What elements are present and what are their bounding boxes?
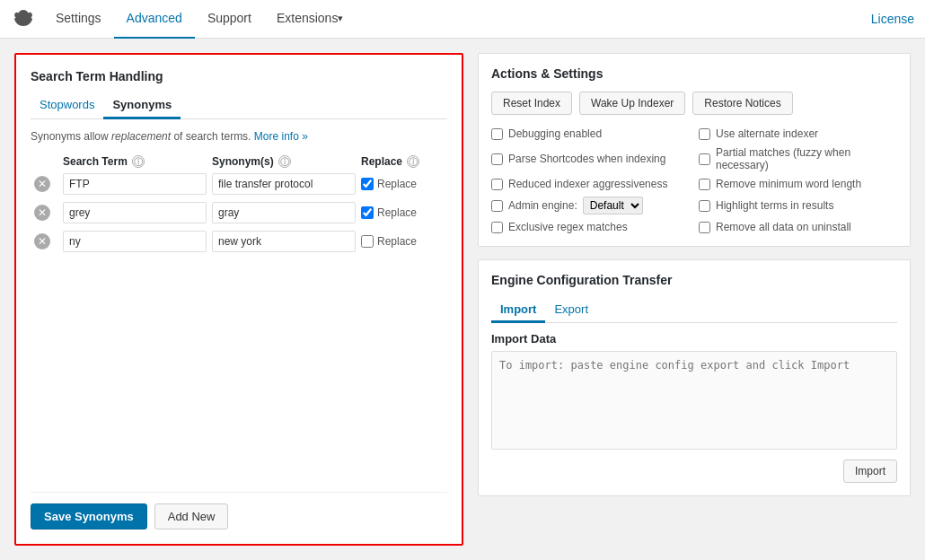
parse-shortcodes-label: Parse Shortcodes when indexing: [508, 153, 665, 165]
license-link[interactable]: License: [871, 12, 914, 26]
right-panel: Actions & Settings Reset Index Wake Up I…: [478, 53, 911, 546]
synonym-input-1[interactable]: [212, 173, 356, 195]
search-term-tabs: Stopwords Synonyms: [31, 92, 447, 119]
nav-license: License: [871, 12, 914, 26]
replace-checkbox-3[interactable]: [361, 235, 374, 248]
engine-config-title: Engine Configuration Transfer: [491, 273, 897, 287]
search-term-info-icon: ⓘ: [132, 155, 145, 168]
replace-cell-1: Replace: [361, 178, 447, 190]
restore-notices-button[interactable]: Restore Notices: [692, 92, 792, 115]
admin-engine-label: Admin engine:: [508, 199, 577, 212]
wake-up-indexer-button[interactable]: Wake Up Indexer: [579, 92, 685, 115]
import-data-label: Import Data: [491, 332, 897, 346]
debugging-label: Debugging enabled: [508, 127, 602, 140]
table-row: ✕ Replace ≡: [31, 173, 447, 195]
actions-settings-title: Actions & Settings: [491, 66, 897, 81]
table-row: ✕ Replace ≡: [31, 231, 447, 252]
exclusive-regex-checkbox[interactable]: [491, 222, 503, 233]
action-buttons-row: Reset Index Wake Up Indexer Restore Noti…: [491, 92, 897, 115]
reduced-indexer-checkbox[interactable]: [491, 179, 503, 190]
col-header-synonyms: Synonym(s) ⓘ: [212, 155, 356, 168]
checkbox-item-partial-matches: Partial matches (fuzzy when necessary): [699, 146, 897, 171]
save-synonyms-button[interactable]: Save Synonyms: [31, 503, 147, 529]
replace-checkbox-2[interactable]: [361, 206, 374, 219]
logo: [11, 6, 36, 31]
import-footer: Import: [491, 459, 897, 483]
alternate-indexer-label: Use alternate indexer: [716, 127, 818, 140]
alternate-indexer-checkbox[interactable]: [699, 128, 710, 140]
replace-label-2: Replace: [377, 206, 417, 219]
col-header-replace: Replace ⓘ: [361, 155, 463, 168]
remove-min-word-label: Remove minimum word length: [716, 178, 861, 190]
import-button[interactable]: Import: [843, 459, 897, 483]
synonyms-info-icon: ⓘ: [278, 155, 291, 168]
more-info-link[interactable]: More info »: [254, 130, 308, 143]
remove-all-data-checkbox[interactable]: [699, 222, 710, 233]
nav-tab-settings[interactable]: Settings: [43, 0, 114, 39]
config-tabs: Import Export: [491, 298, 897, 323]
search-term-input-2[interactable]: [63, 202, 207, 223]
left-panel-title: Search Term Handling: [31, 69, 447, 83]
nav-tab-advanced[interactable]: Advanced: [114, 0, 195, 39]
col-header-search-term: Search Term ⓘ: [63, 155, 207, 168]
highlight-terms-checkbox[interactable]: [699, 200, 710, 212]
left-panel: Search Term Handling Stopwords Synonyms …: [14, 53, 463, 546]
add-new-button[interactable]: Add New: [154, 503, 229, 529]
partial-matches-checkbox[interactable]: [699, 153, 710, 165]
checkbox-item-reduced-indexer: Reduced indexer aggressiveness: [491, 178, 690, 190]
remove-row-2-button[interactable]: ✕: [34, 205, 50, 221]
synonyms-description: Synonyms allow replacement of search ter…: [31, 130, 447, 143]
remove-row-3-button[interactable]: ✕: [34, 233, 50, 249]
actions-settings-box: Actions & Settings Reset Index Wake Up I…: [478, 53, 911, 247]
parse-shortcodes-checkbox[interactable]: [491, 153, 503, 165]
config-tab-import[interactable]: Import: [491, 298, 545, 323]
search-term-input-3[interactable]: [63, 231, 207, 252]
debugging-checkbox[interactable]: [491, 128, 503, 140]
engine-config-box: Engine Configuration Transfer Import Exp…: [478, 259, 911, 496]
config-tab-export[interactable]: Export: [545, 298, 597, 323]
nav-tab-support[interactable]: Support: [195, 0, 264, 39]
left-panel-footer: Save Synonyms Add New: [31, 492, 447, 529]
checkbox-item-parse-shortcodes: Parse Shortcodes when indexing: [491, 146, 690, 171]
replace-label-1: Replace: [377, 178, 417, 190]
top-navigation: Settings Advanced Support Extensions Lic…: [0, 0, 925, 39]
checkbox-item-admin-engine: Admin engine: Default: [491, 197, 690, 214]
synonym-rows-container: ✕ Replace ≡ ✕ Replace ≡: [31, 173, 447, 485]
checkbox-item-remove-all-data: Remove all data on uninstall: [699, 221, 897, 233]
checkbox-item-highlight-terms: Highlight terms in results: [699, 197, 897, 214]
reset-index-button[interactable]: Reset Index: [491, 92, 572, 115]
checkbox-item-remove-min-word: Remove minimum word length: [699, 178, 897, 190]
reduced-indexer-label: Reduced indexer aggressiveness: [508, 178, 667, 190]
remove-min-word-checkbox[interactable]: [699, 179, 710, 190]
partial-matches-label: Partial matches (fuzzy when necessary): [716, 146, 897, 171]
checkbox-item-debugging: Debugging enabled: [491, 127, 690, 140]
replace-cell-3: Replace: [361, 235, 447, 248]
synonym-input-2[interactable]: [212, 202, 356, 223]
synonym-input-3[interactable]: [212, 231, 356, 252]
synonyms-table-header: Search Term ⓘ Synonym(s) ⓘ Replace ⓘ: [31, 155, 447, 168]
checkbox-item-alternate-indexer: Use alternate indexer: [699, 127, 897, 140]
table-row: ✕ Replace ≡: [31, 202, 447, 223]
import-textarea[interactable]: [491, 351, 897, 450]
highlight-terms-label: Highlight terms in results: [716, 199, 833, 212]
checkbox-item-exclusive-regex: Exclusive regex matches: [491, 221, 690, 233]
replace-info-icon: ⓘ: [407, 155, 419, 168]
admin-engine-checkbox[interactable]: [491, 200, 503, 212]
main-nav-tabs: Settings Advanced Support Extensions: [43, 0, 356, 38]
nav-tab-extensions[interactable]: Extensions: [264, 0, 356, 39]
settings-checkboxes: Debugging enabled Use alternate indexer …: [491, 127, 897, 233]
remove-row-1-button[interactable]: ✕: [34, 176, 50, 192]
tab-synonyms[interactable]: Synonyms: [103, 92, 181, 119]
main-content: Search Term Handling Stopwords Synonyms …: [0, 39, 925, 560]
tab-stopwords[interactable]: Stopwords: [31, 92, 103, 119]
admin-engine-select[interactable]: Default: [583, 197, 643, 214]
replace-cell-2: Replace: [361, 206, 447, 219]
exclusive-regex-label: Exclusive regex matches: [508, 221, 628, 233]
remove-all-data-label: Remove all data on uninstall: [716, 221, 851, 233]
search-term-input-1[interactable]: [63, 173, 207, 195]
replace-label-3: Replace: [377, 235, 417, 248]
replace-checkbox-1[interactable]: [361, 178, 374, 190]
